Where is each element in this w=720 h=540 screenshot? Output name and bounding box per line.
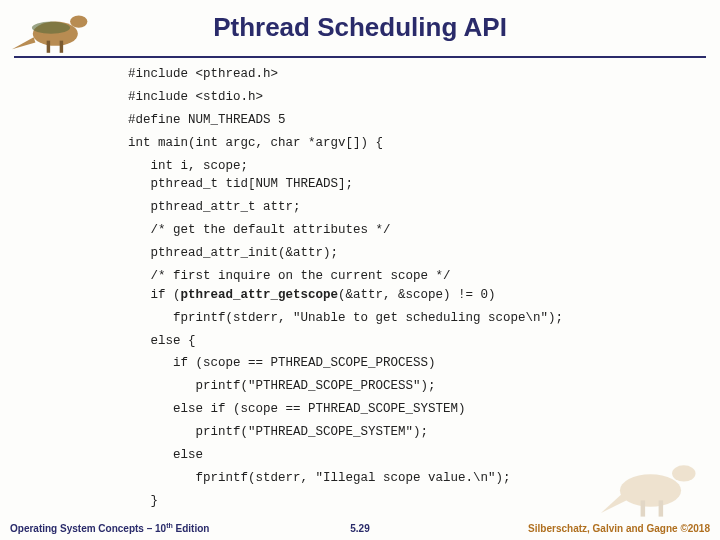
code-line: fprintf(stderr, "Unable to get schedulin… bbox=[128, 310, 680, 327]
code-line: if (scope == PTHREAD_SCOPE_PROCESS) bbox=[128, 355, 680, 372]
code-block: #include <pthread.h> #include <stdio.h> … bbox=[128, 66, 680, 516]
code-line: /* get the default attributes */ bbox=[128, 222, 680, 239]
code-line: /* first inquire on the current scope */ bbox=[128, 268, 680, 285]
code-line: } bbox=[128, 493, 680, 510]
footer: Operating System Concepts – 10th Edition… bbox=[0, 516, 720, 534]
code-line: #include <stdio.h> bbox=[128, 89, 680, 106]
code-line: printf("PTHREAD_SCOPE_PROCESS"); bbox=[128, 378, 680, 395]
code-line: printf("PTHREAD_SCOPE_SYSTEM"); bbox=[128, 424, 680, 441]
code-line: pthread_attr_init(&attr); bbox=[128, 245, 680, 262]
code-line: #include <pthread.h> bbox=[128, 66, 680, 83]
code-line: else { bbox=[128, 333, 680, 350]
code-line: #define NUM_THREADS 5 bbox=[128, 112, 680, 129]
code-line: pthread_attr_t attr; bbox=[128, 199, 680, 216]
code-line: pthread_t tid[NUM THREADS]; bbox=[128, 176, 680, 193]
code-line: int i, scope; bbox=[128, 158, 680, 175]
slide-title: Pthread Scheduling API bbox=[0, 12, 720, 43]
footer-copyright: Silberschatz, Galvin and Gagne ©2018 bbox=[528, 523, 710, 534]
code-line: else if (scope == PTHREAD_SCOPE_SYSTEM) bbox=[128, 401, 680, 418]
code-line: if (pthread_attr_getscope(&attr, &scope)… bbox=[128, 287, 680, 304]
code-line: fprintf(stderr, "Illegal scope value.\n"… bbox=[128, 470, 680, 487]
title-rule bbox=[14, 56, 706, 58]
code-line: int main(int argc, char *argv[]) { bbox=[128, 135, 680, 152]
code-line: else bbox=[128, 447, 680, 464]
